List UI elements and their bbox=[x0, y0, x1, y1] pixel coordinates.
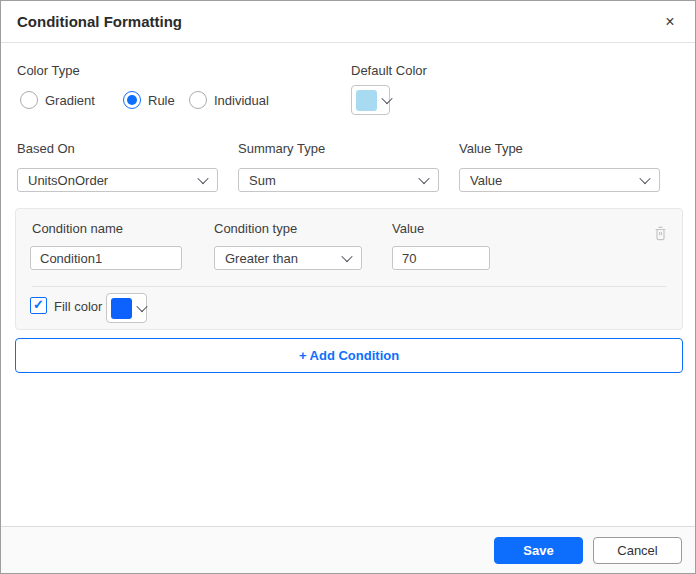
dialog-title: Conditional Formatting bbox=[17, 13, 182, 30]
fill-color-label: Fill color bbox=[54, 299, 102, 314]
condition-panel: Condition name Condition type Greater th… bbox=[15, 208, 683, 330]
panel-divider bbox=[32, 286, 666, 287]
chevron-down-icon bbox=[381, 93, 392, 104]
radio-gradient-label: Gradient bbox=[45, 93, 95, 108]
radio-gradient[interactable]: Gradient bbox=[20, 91, 95, 109]
close-icon[interactable]: × bbox=[657, 9, 683, 35]
delete-condition-button[interactable] bbox=[650, 223, 670, 243]
condition-type-dropdown[interactable]: Greater than bbox=[214, 246, 362, 270]
fill-color-swatch bbox=[111, 298, 132, 319]
radio-individual-label: Individual bbox=[214, 93, 269, 108]
cancel-button[interactable]: Cancel bbox=[593, 537, 682, 564]
summary-type-label: Summary Type bbox=[238, 141, 325, 156]
chevron-down-icon bbox=[418, 173, 429, 184]
condition-name-input[interactable] bbox=[30, 246, 182, 270]
radio-circle-icon bbox=[20, 91, 38, 109]
conditional-formatting-dialog: Conditional Formatting × Color Type Grad… bbox=[0, 0, 696, 574]
add-condition-button[interactable]: + Add Condition bbox=[15, 338, 683, 373]
condition-type-value: Greater than bbox=[225, 251, 343, 266]
chevron-down-icon bbox=[639, 173, 650, 184]
default-color-swatch bbox=[356, 90, 377, 111]
condition-value-label: Value bbox=[392, 221, 424, 236]
summary-type-value: Sum bbox=[249, 173, 420, 188]
chevron-down-icon bbox=[197, 173, 208, 184]
fill-color-checkbox[interactable]: ✓ bbox=[30, 297, 47, 314]
radio-circle-icon bbox=[123, 91, 141, 109]
save-button[interactable]: Save bbox=[494, 537, 583, 564]
dialog-header: Conditional Formatting × bbox=[1, 1, 695, 43]
delete-icon bbox=[652, 225, 669, 242]
condition-value-input[interactable] bbox=[392, 246, 490, 270]
fill-color-picker[interactable] bbox=[106, 293, 147, 323]
radio-individual[interactable]: Individual bbox=[189, 91, 269, 109]
value-type-dropdown[interactable]: Value bbox=[459, 168, 660, 192]
default-color-label: Default Color bbox=[351, 63, 427, 78]
radio-rule-label: Rule bbox=[148, 93, 175, 108]
value-type-value: Value bbox=[470, 173, 641, 188]
condition-name-label: Condition name bbox=[32, 221, 123, 236]
color-type-label: Color Type bbox=[17, 63, 80, 78]
value-type-label: Value Type bbox=[459, 141, 523, 156]
condition-type-label: Condition type bbox=[214, 221, 297, 236]
based-on-value: UnitsOnOrder bbox=[28, 173, 199, 188]
summary-type-dropdown[interactable]: Sum bbox=[238, 168, 439, 192]
based-on-dropdown[interactable]: UnitsOnOrder bbox=[17, 168, 218, 192]
radio-circle-icon bbox=[189, 91, 207, 109]
radio-rule[interactable]: Rule bbox=[123, 91, 175, 109]
default-color-picker[interactable] bbox=[351, 85, 390, 115]
chevron-down-icon bbox=[136, 301, 147, 312]
dialog-footer: Save Cancel bbox=[1, 526, 695, 573]
based-on-label: Based On bbox=[17, 141, 75, 156]
checkmark-icon: ✓ bbox=[33, 298, 44, 311]
chevron-down-icon bbox=[341, 251, 352, 262]
add-condition-label: + Add Condition bbox=[299, 348, 399, 363]
